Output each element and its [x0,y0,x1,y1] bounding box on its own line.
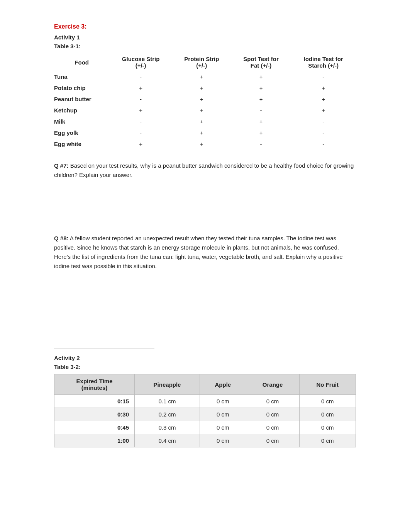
no-fruit-cell: 0 cm [299,408,356,421]
food-cell: Potato chip [54,82,109,93]
table-row: Egg white + + - - [54,138,356,150]
glucose-cell: + [109,138,172,150]
q8-answer-space [54,271,356,340]
food-cell: Egg white [54,138,109,150]
apple-cell: 0 cm [200,421,246,434]
table-row: 1:00 0.4 cm 0 cm 0 cm 0 cm [54,434,356,447]
food-cell: Ketchup [54,105,109,116]
col-fat: Spot Test forFat (+/-) [231,53,291,71]
table1-label: Table 3-1: [54,43,356,49]
fat-cell: - [231,138,291,150]
fat-cell: + [231,127,291,138]
pineapple-cell: 0.3 cm [135,421,200,434]
protein-cell: + [172,93,231,105]
table-row: Milk - + + - [54,116,356,127]
protein-cell: + [172,116,231,127]
fat-cell: + [231,71,291,82]
table-row: 0:45 0.3 cm 0 cm 0 cm 0 cm [54,421,356,434]
col-glucose: Glucose Strip(+/-) [109,53,172,71]
section-divider [54,348,154,348]
fat-cell: + [231,116,291,127]
glucose-cell: - [109,93,172,105]
glucose-cell: + [109,105,172,116]
iodine-cell: - [291,116,356,127]
question-8-block: Q #8: A fellow student reported an unexp… [54,234,356,340]
no-fruit-cell: 0 cm [299,434,356,447]
iodine-cell: + [291,93,356,105]
glucose-cell: + [109,82,172,93]
food-cell: Tuna [54,71,109,82]
pineapple-cell: 0.4 cm [135,434,200,447]
table-row: Ketchup + + - + [54,105,356,116]
glucose-cell: - [109,127,172,138]
glucose-cell: - [109,116,172,127]
exercise-title: Exercise 3: [54,23,356,30]
pineapple-cell: 0.2 cm [135,408,200,421]
table-row: 0:30 0.2 cm 0 cm 0 cm 0 cm [54,408,356,421]
col-food: Food [54,53,109,71]
fat-cell: + [231,93,291,105]
food-cell: Egg yolk [54,127,109,138]
table2-label: Table 3-2: [54,364,356,370]
col-header: Orange [246,374,299,395]
no-fruit-cell: 0 cm [299,395,356,408]
time-cell: 1:00 [54,434,135,447]
col-header: Apple [200,374,246,395]
iodine-cell: - [291,127,356,138]
apple-cell: 0 cm [200,395,246,408]
table-row: Egg yolk - + + - [54,127,356,138]
table-3-1: Food Glucose Strip(+/-) Protein Strip(+/… [54,53,356,150]
protein-cell: + [172,82,231,93]
col-protein: Protein Strip(+/-) [172,53,231,71]
glucose-cell: - [109,71,172,82]
apple-cell: 0 cm [200,434,246,447]
apple-cell: 0 cm [200,408,246,421]
q8-text: A fellow student reported an unexpected … [54,235,343,269]
q7-answer-space [54,180,356,226]
protein-cell: + [172,138,231,150]
col-header: No Fruit [299,374,356,395]
activity1-label: Activity 1 [54,34,356,41]
orange-cell: 0 cm [246,408,299,421]
protein-cell: + [172,71,231,82]
orange-cell: 0 cm [246,395,299,408]
iodine-cell: + [291,105,356,116]
table-row: Tuna - + + - [54,71,356,82]
q8-label: Q #8: [54,235,69,241]
table-row: 0:15 0.1 cm 0 cm 0 cm 0 cm [54,395,356,408]
no-fruit-cell: 0 cm [299,421,356,434]
food-cell: Peanut butter [54,93,109,105]
table-3-2: Expired Time (minutes)PineappleAppleOran… [54,374,356,447]
food-cell: Milk [54,116,109,127]
col-iodine: Iodine Test forStarch (+/-) [291,53,356,71]
orange-cell: 0 cm [246,434,299,447]
time-cell: 0:30 [54,408,135,421]
iodine-cell: - [291,71,356,82]
q7-label: Q #7: [54,162,69,169]
iodine-cell: - [291,138,356,150]
protein-cell: + [172,127,231,138]
col-header: Pineapple [135,374,200,395]
q7-text: Based on your test results, why is a pea… [54,162,354,178]
fat-cell: + [231,82,291,93]
pineapple-cell: 0.1 cm [135,395,200,408]
table-row: Peanut butter - + + + [54,93,356,105]
time-cell: 0:45 [54,421,135,434]
protein-cell: + [172,105,231,116]
fat-cell: - [231,105,291,116]
orange-cell: 0 cm [246,421,299,434]
table-row: Potato chip + + + + [54,82,356,93]
activity2-label: Activity 2 [54,355,356,361]
question-7-block: Q #7: Based on your test results, why is… [54,161,356,226]
col-header: Expired Time (minutes) [54,374,135,395]
time-cell: 0:15 [54,395,135,408]
iodine-cell: + [291,82,356,93]
